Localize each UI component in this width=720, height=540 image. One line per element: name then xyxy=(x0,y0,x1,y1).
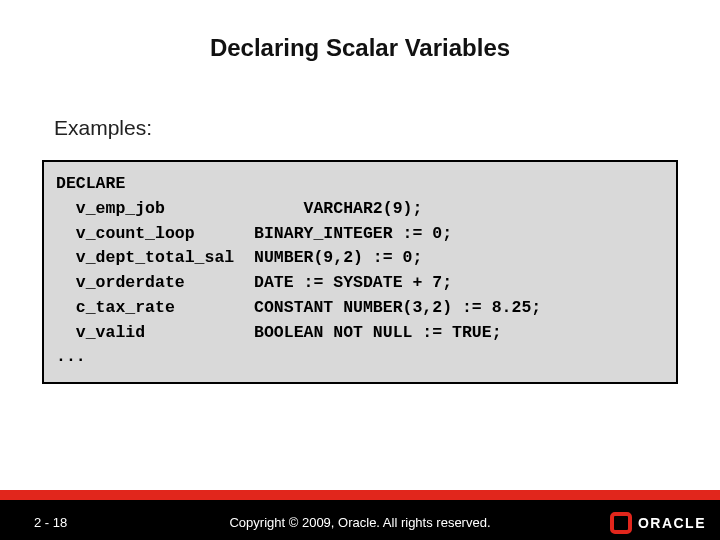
code-line: v_emp_job VARCHAR2(9); xyxy=(56,199,422,218)
code-line: DECLARE xyxy=(56,174,125,193)
slide: Declaring Scalar Variables Examples: DEC… xyxy=(0,0,720,540)
code-line: c_tax_rate CONSTANT NUMBER(3,2) := 8.25; xyxy=(56,298,541,317)
accent-bar xyxy=(0,490,720,500)
oracle-o-icon xyxy=(610,512,632,534)
oracle-logo: ORACLE xyxy=(610,512,706,534)
examples-label: Examples: xyxy=(54,116,152,140)
code-line: v_dept_total_sal NUMBER(9,2) := 0; xyxy=(56,248,422,267)
code-line: v_orderdate DATE := SYSDATE + 7; xyxy=(56,273,452,292)
code-line: v_valid BOOLEAN NOT NULL := TRUE; xyxy=(56,323,502,342)
code-line: v_count_loop BINARY_INTEGER := 0; xyxy=(56,224,452,243)
oracle-wordmark: ORACLE xyxy=(638,515,706,531)
code-line: ... xyxy=(56,347,86,366)
footer-bar: 2 - 18 Copyright © 2009, Oracle. All rig… xyxy=(0,500,720,540)
slide-title: Declaring Scalar Variables xyxy=(0,34,720,62)
code-block: DECLARE v_emp_job VARCHAR2(9); v_count_l… xyxy=(42,160,678,384)
